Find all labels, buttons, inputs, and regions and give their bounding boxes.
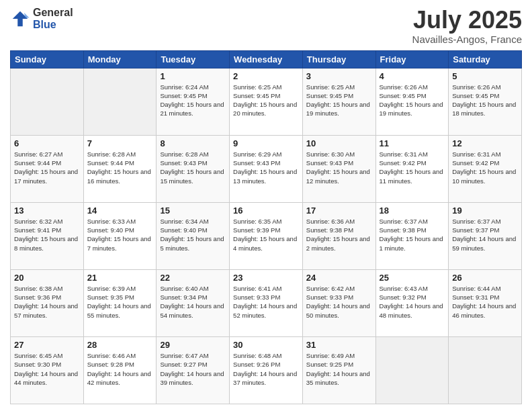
table-row: 13Sunrise: 6:32 AMSunset: 9:41 PMDayligh… — [11, 202, 84, 269]
day-number: 14 — [87, 205, 153, 216]
day-info: Sunrise: 6:37 AMSunset: 9:38 PMDaylight:… — [380, 217, 445, 253]
table-row: 26Sunrise: 6:44 AMSunset: 9:31 PMDayligh… — [449, 269, 522, 336]
table-row: 27Sunrise: 6:45 AMSunset: 9:30 PMDayligh… — [11, 336, 84, 404]
subtitle: Navailles-Angos, France — [412, 34, 522, 45]
day-info: Sunrise: 6:47 AMSunset: 9:27 PMDaylight:… — [160, 351, 226, 387]
day-number: 20 — [14, 273, 80, 283]
day-number: 2 — [233, 71, 299, 81]
day-info: Sunrise: 6:35 AMSunset: 9:39 PMDaylight:… — [233, 217, 299, 253]
day-number: 8 — [160, 138, 226, 148]
day-number: 26 — [452, 273, 518, 283]
table-row: 7Sunrise: 6:28 AMSunset: 9:44 PMDaylight… — [83, 135, 157, 202]
day-number: 27 — [14, 340, 80, 350]
calendar-header: Sunday Monday Tuesday Wednesday Thursday… — [11, 50, 522, 68]
table-row — [449, 336, 522, 404]
day-info: Sunrise: 6:38 AMSunset: 9:36 PMDaylight:… — [14, 284, 80, 320]
day-info: Sunrise: 6:39 AMSunset: 9:35 PMDaylight:… — [87, 284, 153, 320]
table-row: 10Sunrise: 6:30 AMSunset: 9:43 PMDayligh… — [302, 135, 375, 202]
day-info: Sunrise: 6:31 AMSunset: 9:42 PMDaylight:… — [380, 150, 445, 185]
day-number: 18 — [380, 205, 445, 216]
day-number: 24 — [306, 273, 372, 283]
day-info: Sunrise: 6:33 AMSunset: 9:40 PMDaylight:… — [87, 217, 153, 253]
table-row: 15Sunrise: 6:34 AMSunset: 9:40 PMDayligh… — [157, 202, 230, 269]
day-number: 5 — [452, 71, 518, 81]
main-title: July 2025 — [412, 7, 522, 34]
day-number: 22 — [160, 273, 226, 283]
day-number: 23 — [233, 273, 299, 283]
table-row: 1Sunrise: 6:24 AMSunset: 9:45 PMDaylight… — [157, 68, 230, 135]
day-info: Sunrise: 6:29 AMSunset: 9:43 PMDaylight:… — [233, 150, 299, 185]
table-row: 18Sunrise: 6:37 AMSunset: 9:38 PMDayligh… — [375, 202, 449, 269]
day-number: 16 — [233, 205, 299, 216]
table-row: 29Sunrise: 6:47 AMSunset: 9:27 PMDayligh… — [157, 336, 230, 404]
day-number: 12 — [452, 138, 518, 148]
day-info: Sunrise: 6:30 AMSunset: 9:43 PMDaylight:… — [306, 150, 372, 185]
day-number: 31 — [306, 340, 372, 350]
day-number: 3 — [306, 71, 372, 81]
header-sunday: Sunday — [11, 50, 84, 68]
header-row: Sunday Monday Tuesday Wednesday Thursday… — [11, 50, 522, 68]
day-info: Sunrise: 6:28 AMSunset: 9:43 PMDaylight:… — [160, 150, 226, 185]
day-info: Sunrise: 6:42 AMSunset: 9:33 PMDaylight:… — [306, 284, 372, 320]
calendar-body: 1Sunrise: 6:24 AMSunset: 9:45 PMDaylight… — [11, 68, 522, 404]
table-row: 5Sunrise: 6:26 AMSunset: 9:45 PMDaylight… — [449, 68, 522, 135]
table-row: 28Sunrise: 6:46 AMSunset: 9:28 PMDayligh… — [83, 336, 157, 404]
table-row: 2Sunrise: 6:25 AMSunset: 9:45 PMDaylight… — [230, 68, 303, 135]
day-info: Sunrise: 6:48 AMSunset: 9:26 PMDaylight:… — [233, 351, 299, 387]
table-row: 9Sunrise: 6:29 AMSunset: 9:43 PMDaylight… — [230, 135, 303, 202]
table-row — [83, 68, 157, 135]
table-row: 6Sunrise: 6:27 AMSunset: 9:44 PMDaylight… — [11, 135, 84, 202]
day-number: 28 — [87, 340, 153, 350]
day-number: 30 — [233, 340, 299, 350]
header-monday: Monday — [83, 50, 157, 68]
table-row: 14Sunrise: 6:33 AMSunset: 9:40 PMDayligh… — [83, 202, 157, 269]
day-info: Sunrise: 6:46 AMSunset: 9:28 PMDaylight:… — [87, 351, 153, 387]
table-row: 11Sunrise: 6:31 AMSunset: 9:42 PMDayligh… — [375, 135, 449, 202]
day-info: Sunrise: 6:41 AMSunset: 9:33 PMDaylight:… — [233, 284, 299, 320]
day-number: 25 — [380, 273, 445, 283]
day-number: 13 — [14, 205, 80, 216]
logo-text: General Blue — [33, 7, 73, 30]
table-row: 12Sunrise: 6:31 AMSunset: 9:42 PMDayligh… — [449, 135, 522, 202]
day-info: Sunrise: 6:24 AMSunset: 9:45 PMDaylight:… — [160, 83, 226, 118]
table-row: 31Sunrise: 6:49 AMSunset: 9:25 PMDayligh… — [302, 336, 375, 404]
table-row: 16Sunrise: 6:35 AMSunset: 9:39 PMDayligh… — [230, 202, 303, 269]
day-number: 21 — [87, 273, 153, 283]
day-info: Sunrise: 6:32 AMSunset: 9:41 PMDaylight:… — [14, 217, 80, 253]
table-row: 24Sunrise: 6:42 AMSunset: 9:33 PMDayligh… — [302, 269, 375, 336]
day-info: Sunrise: 6:37 AMSunset: 9:37 PMDaylight:… — [452, 217, 518, 253]
day-number: 15 — [160, 205, 226, 216]
table-row: 25Sunrise: 6:43 AMSunset: 9:32 PMDayligh… — [375, 269, 449, 336]
header-thursday: Thursday — [302, 50, 375, 68]
logo-blue-label: Blue — [33, 19, 73, 31]
day-info: Sunrise: 6:26 AMSunset: 9:45 PMDaylight:… — [452, 83, 518, 118]
logo-icon — [10, 9, 30, 29]
day-number: 4 — [380, 71, 445, 81]
header-friday: Friday — [375, 50, 449, 68]
table-row: 30Sunrise: 6:48 AMSunset: 9:26 PMDayligh… — [230, 336, 303, 404]
day-number: 6 — [14, 138, 80, 148]
page: General Blue July 2025 Navailles-Angos, … — [0, 0, 532, 411]
table-row — [11, 68, 84, 135]
logo: General Blue — [10, 7, 73, 30]
day-number: 17 — [306, 205, 372, 216]
day-number: 9 — [233, 138, 299, 148]
table-row: 20Sunrise: 6:38 AMSunset: 9:36 PMDayligh… — [11, 269, 84, 336]
title-section: July 2025 Navailles-Angos, France — [412, 7, 522, 45]
day-info: Sunrise: 6:44 AMSunset: 9:31 PMDaylight:… — [452, 284, 518, 320]
table-row — [375, 336, 449, 404]
day-number: 10 — [306, 138, 372, 148]
day-number: 11 — [380, 138, 445, 148]
day-info: Sunrise: 6:40 AMSunset: 9:34 PMDaylight:… — [160, 284, 226, 320]
calendar-table: Sunday Monday Tuesday Wednesday Thursday… — [10, 50, 522, 404]
day-info: Sunrise: 6:49 AMSunset: 9:25 PMDaylight:… — [306, 351, 372, 387]
header: General Blue July 2025 Navailles-Angos, … — [10, 7, 522, 45]
day-info: Sunrise: 6:31 AMSunset: 9:42 PMDaylight:… — [452, 150, 518, 185]
svg-marker-0 — [13, 11, 28, 26]
header-wednesday: Wednesday — [230, 50, 303, 68]
table-row: 19Sunrise: 6:37 AMSunset: 9:37 PMDayligh… — [449, 202, 522, 269]
logo-general-label: General — [33, 7, 73, 19]
header-tuesday: Tuesday — [157, 50, 230, 68]
day-number: 19 — [452, 205, 518, 216]
header-saturday: Saturday — [449, 50, 522, 68]
